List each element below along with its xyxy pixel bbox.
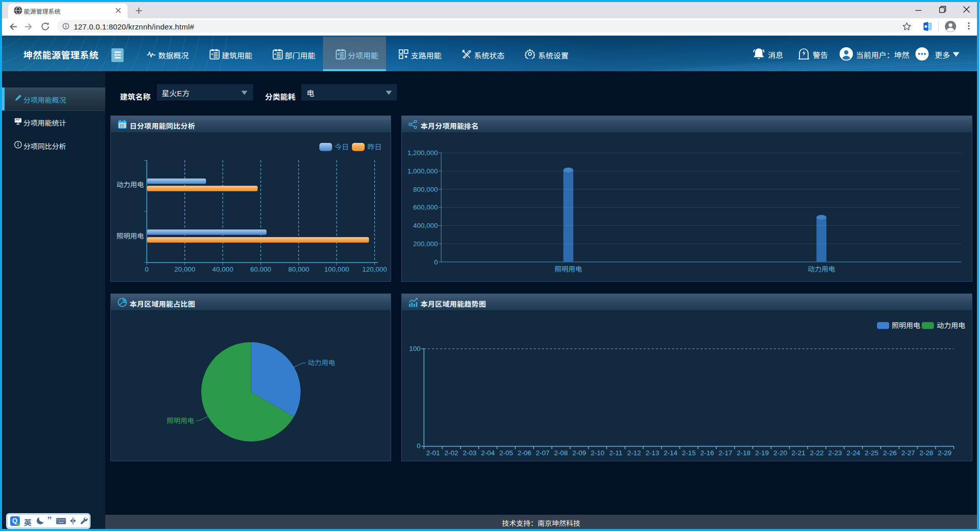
svg-text:100: 100 [409,345,421,352]
svg-text:2-21: 2-21 [792,449,806,457]
svg-text:2-08: 2-08 [554,449,568,457]
svg-text:2-10: 2-10 [590,449,604,457]
svg-text:昨日: 昨日 [368,143,382,151]
svg-text:照明用电: 照明用电 [555,266,582,273]
svg-text:40,000: 40,000 [212,266,233,273]
svg-text:80,000: 80,000 [288,266,309,273]
svg-text:0: 0 [434,258,438,266]
svg-text:600,000: 600,000 [413,203,438,211]
svg-text:2-03: 2-03 [463,449,477,457]
svg-text:2-17: 2-17 [719,449,732,457]
svg-text:2-16: 2-16 [700,449,714,457]
svg-text:2-01: 2-01 [426,449,440,457]
svg-text:2-12: 2-12 [627,449,641,457]
svg-text:100,000: 100,000 [324,266,349,273]
svg-text:20,000: 20,000 [174,266,195,273]
svg-text:照明用电: 照明用电 [116,232,144,240]
svg-text:2-06: 2-06 [518,449,531,457]
svg-text:2-25: 2-25 [865,449,878,457]
svg-text:400,000: 400,000 [413,222,438,229]
svg-text:今日: 今日 [335,143,349,151]
svg-text:2-18: 2-18 [737,449,751,457]
svg-text:2-19: 2-19 [755,449,769,457]
svg-text:1,200,000: 1,200,000 [407,149,438,157]
svg-text:0: 0 [417,442,421,450]
svg-text:200,000: 200,000 [413,240,438,248]
svg-text:1,000,000: 1,000,000 [407,167,438,175]
svg-text:2-13: 2-13 [645,449,659,457]
svg-text:2-23: 2-23 [828,449,842,457]
svg-text:2-09: 2-09 [572,449,586,457]
svg-text:2-20: 2-20 [774,449,787,457]
svg-text:120,000: 120,000 [362,266,387,273]
svg-text:动力用电: 动力用电 [808,266,835,273]
svg-text:2-04: 2-04 [481,449,495,457]
svg-text:0: 0 [145,266,149,273]
svg-text:2-24: 2-24 [846,449,860,457]
svg-text:2-02: 2-02 [444,449,458,457]
svg-text:2-28: 2-28 [919,449,933,457]
svg-text:2-05: 2-05 [499,449,513,457]
svg-text:2-11: 2-11 [609,449,622,457]
svg-text:2-26: 2-26 [883,449,897,457]
svg-text:800,000: 800,000 [413,186,438,193]
svg-text:动力用电: 动力用电 [116,181,144,189]
svg-text:2-07: 2-07 [536,449,550,457]
svg-text:2-15: 2-15 [682,449,696,457]
svg-text:照明用电: 照明用电 [167,417,194,425]
svg-text:动力用电: 动力用电 [937,321,965,330]
svg-text:2-27: 2-27 [901,449,915,457]
svg-text:2-22: 2-22 [810,449,823,457]
svg-text:2-29: 2-29 [938,449,952,457]
svg-text:动力用电: 动力用电 [308,359,335,367]
svg-text:60,000: 60,000 [250,266,271,273]
svg-text:2-14: 2-14 [664,449,678,457]
svg-text:照明用电: 照明用电 [892,321,920,330]
